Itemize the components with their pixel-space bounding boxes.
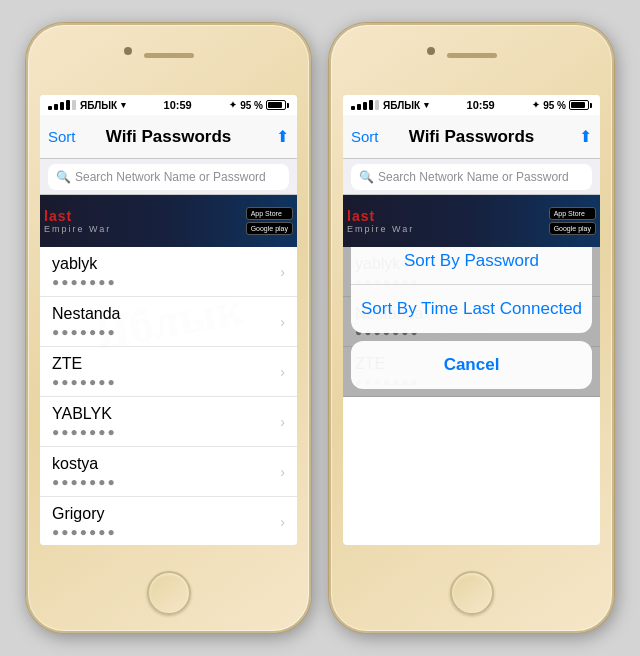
left-phone: ЯБЛЫК ▾ 10:59 ✦ 95 % Sort Wifi Passwords…: [26, 23, 311, 633]
ad-content-right: last Empire War: [343, 206, 549, 236]
network-pass-4: ●●●●●●●: [52, 475, 117, 489]
appstore-badge-left: App Store: [246, 207, 293, 220]
search-placeholder-left: Search Network Name or Password: [75, 170, 266, 184]
network-name-5: Grigory: [52, 505, 117, 523]
battery-text-left: 95 %: [240, 100, 263, 111]
status-left: ЯБЛЫК ▾: [48, 100, 126, 111]
time-right: 10:59: [467, 99, 495, 111]
status-left-right: ЯБЛЫК ▾: [351, 100, 429, 111]
network-info-1: Nestanda ●●●●●●●: [52, 305, 121, 339]
network-info-5: Grigory ●●●●●●●: [52, 505, 117, 539]
camera-right: [427, 47, 435, 55]
chevron-5: ›: [280, 514, 285, 530]
network-item-0[interactable]: yablyk ●●●●●●● ›: [40, 247, 297, 297]
sort-password-button[interactable]: Sort By Password: [351, 247, 592, 285]
nav-bar-left: Sort Wifi Passwords ⬆: [40, 115, 297, 159]
search-placeholder-right: Search Network Name or Password: [378, 170, 569, 184]
nav-bar-right: Sort Wifi Passwords ⬆: [343, 115, 600, 159]
network-item-1[interactable]: Nestanda ●●●●●●● ›: [40, 297, 297, 347]
network-item-3[interactable]: YABLYK ●●●●●●● ›: [40, 397, 297, 447]
speaker-left: [144, 53, 194, 58]
search-icon-right: 🔍: [359, 170, 374, 184]
network-name-3: YABLYK: [52, 405, 117, 423]
action-sheet-group: Sort By SSID Sort By Password Sort By Ti…: [351, 247, 592, 333]
ad-subtitle-right: Empire War: [347, 224, 545, 234]
ad-badges-right: App Store Google play: [549, 207, 600, 235]
network-pass-0: ●●●●●●●: [52, 275, 117, 289]
chevron-4: ›: [280, 464, 285, 480]
network-item-4[interactable]: kostya ●●●●●●● ›: [40, 447, 297, 497]
screen-right: ЯБЛЫК ▾ 10:59 ✦ 95 % Sort Wifi Passwords…: [343, 95, 600, 545]
sort-button-right[interactable]: Sort: [351, 128, 379, 145]
share-button-right[interactable]: ⬆: [579, 127, 592, 146]
signal-dots-right: [351, 100, 379, 110]
network-pass-2: ●●●●●●●: [52, 375, 117, 389]
action-sheet: Sort By SSID Sort By Password Sort By Ti…: [343, 247, 600, 397]
ad-badges-left: App Store Google play: [246, 207, 297, 235]
status-bar-right: ЯБЛЫК ▾ 10:59 ✦ 95 %: [343, 95, 600, 115]
search-inner-left[interactable]: 🔍 Search Network Name or Password: [48, 164, 289, 190]
signal-dot-r4: [369, 100, 373, 110]
network-info-4: kostya ●●●●●●●: [52, 455, 117, 489]
chevron-3: ›: [280, 414, 285, 430]
battery-text-right: 95 %: [543, 100, 566, 111]
status-right-right: ✦ 95 %: [532, 100, 592, 111]
network-pass-1: ●●●●●●●: [52, 325, 121, 339]
home-button-left[interactable]: [147, 571, 191, 615]
network-info-0: yablyk ●●●●●●●: [52, 255, 117, 289]
network-pass-3: ●●●●●●●: [52, 425, 117, 439]
network-list-left: yablyk ●●●●●●● › Nestanda ●●●●●●● › ZTE …: [40, 247, 297, 545]
appstore-badge-right: App Store: [549, 207, 596, 220]
network-name-0: yablyk: [52, 255, 117, 273]
status-right-left: ✦ 95 %: [229, 100, 289, 111]
ad-title-right: last: [347, 208, 545, 224]
sort-time-button[interactable]: Sort By Time Last Connected: [351, 285, 592, 333]
sort-button-left[interactable]: Sort: [48, 128, 76, 145]
share-button-left[interactable]: ⬆: [276, 127, 289, 146]
ad-banner-right[interactable]: last Empire War App Store Google play: [343, 195, 600, 247]
signal-dot-3: [60, 102, 64, 110]
signal-dot-5: [72, 100, 76, 110]
ad-subtitle-left: Empire War: [44, 224, 242, 234]
network-info-3: YABLYK ●●●●●●●: [52, 405, 117, 439]
carrier-right: ЯБЛЫК: [383, 100, 420, 111]
battery-right: [569, 100, 592, 110]
network-item-2[interactable]: ZTE ●●●●●●● ›: [40, 347, 297, 397]
bluetooth-icon-right: ✦: [532, 100, 540, 110]
nav-title-right: Wifi Passwords: [409, 127, 535, 147]
right-phone: ЯБЛЫК ▾ 10:59 ✦ 95 % Sort Wifi Passwords…: [329, 23, 614, 633]
googleplay-badge-left: Google play: [246, 222, 293, 235]
network-name-1: Nestanda: [52, 305, 121, 323]
sort-time-label: Sort By Time Last Connected: [361, 299, 582, 319]
home-button-right[interactable]: [450, 571, 494, 615]
bluetooth-icon-left: ✦: [229, 100, 237, 110]
signal-dot-r3: [363, 102, 367, 110]
network-name-4: kostya: [52, 455, 117, 473]
cancel-button[interactable]: Cancel: [351, 341, 592, 389]
ad-banner-left[interactable]: last Empire War App Store Google play: [40, 195, 297, 247]
status-bar-left: ЯБЛЫК ▾ 10:59 ✦ 95 %: [40, 95, 297, 115]
action-sheet-overlay: Sort By SSID Sort By Password Sort By Ti…: [343, 247, 600, 397]
signal-dot-r2: [357, 104, 361, 110]
search-inner-right[interactable]: 🔍 Search Network Name or Password: [351, 164, 592, 190]
ad-title-left: last: [44, 208, 242, 224]
search-bar-left: 🔍 Search Network Name or Password: [40, 159, 297, 195]
ad-content-left: last Empire War: [40, 206, 246, 236]
network-item-5[interactable]: Grigory ●●●●●●● ›: [40, 497, 297, 545]
network-list-right: yablyk ●●●●●●● › Nestanda ●●●●●●● › ZTE …: [343, 247, 600, 397]
signal-dot-4: [66, 100, 70, 110]
network-pass-5: ●●●●●●●: [52, 525, 117, 539]
nav-title-left: Wifi Passwords: [106, 127, 232, 147]
signal-dot-2: [54, 104, 58, 110]
network-info-2: ZTE ●●●●●●●: [52, 355, 117, 389]
wifi-icon-left: ▾: [121, 100, 126, 110]
googleplay-badge-right: Google play: [549, 222, 596, 235]
cancel-label: Cancel: [444, 355, 500, 375]
chevron-1: ›: [280, 314, 285, 330]
camera-left: [124, 47, 132, 55]
search-bar-right: 🔍 Search Network Name or Password: [343, 159, 600, 195]
speaker-right: [447, 53, 497, 58]
battery-left: [266, 100, 289, 110]
search-icon-left: 🔍: [56, 170, 71, 184]
signal-dot-1: [48, 106, 52, 110]
